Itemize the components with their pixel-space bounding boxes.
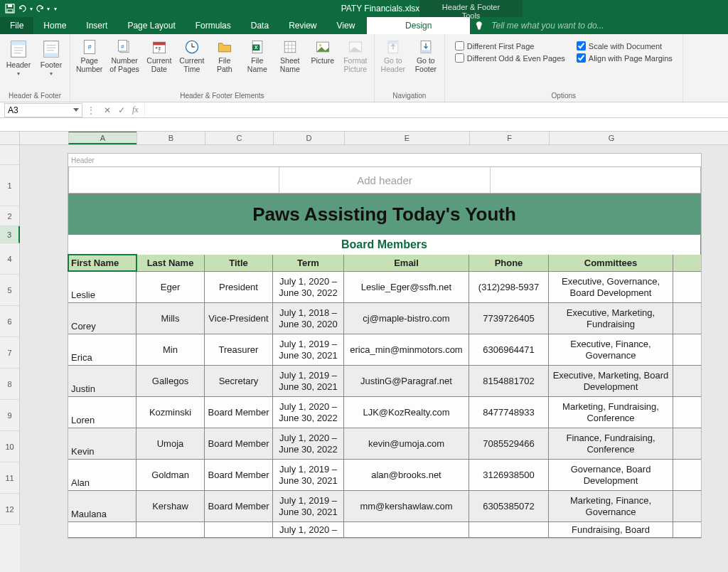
page-number-button[interactable]: # Page Number — [75, 37, 104, 75]
col-last-name[interactable]: Last Name — [136, 255, 205, 271]
cell-committees[interactable]: Fundraising, Board — [549, 522, 673, 537]
cell-committees[interactable]: Executive, Governance, Board Development — [549, 272, 673, 302]
cell-email[interactable]: JustinG@Paragraf.net — [344, 366, 469, 396]
current-time-button[interactable]: Current Time — [178, 37, 206, 75]
row-7[interactable]: 7 — [0, 337, 20, 369]
header-button[interactable]: Header ▾ — [4, 37, 33, 78]
col-G[interactable]: G — [549, 132, 673, 144]
cell-email[interactable]: alan@brooks.net — [344, 460, 469, 490]
cell-first[interactable]: Erica — [68, 334, 136, 365]
cell-email[interactable]: Leslie_Eger@ssfh.net — [344, 272, 469, 302]
col-committees[interactable]: Committees — [549, 255, 673, 271]
cell-first[interactable]: Maulana — [68, 491, 136, 521]
cell-title[interactable]: Vice-President — [205, 303, 273, 334]
col-D[interactable]: D — [273, 132, 344, 144]
cell-email[interactable]: cj@maple-bistro.com — [344, 303, 469, 334]
row-4[interactable]: 4 — [0, 243, 20, 275]
cell-committees[interactable]: Executive, Finance, Governance — [549, 334, 673, 365]
cell-last[interactable] — [136, 522, 205, 537]
cell-email[interactable] — [344, 522, 469, 537]
cell-title[interactable] — [205, 522, 273, 537]
cell-email[interactable]: mm@kershawlaw.com — [344, 491, 469, 521]
redo-button[interactable] — [34, 3, 46, 14]
name-box[interactable]: A3 — [4, 103, 82, 117]
cell-committees[interactable]: Marketing, Fundraising, Conference — [549, 397, 673, 428]
row-8[interactable]: 8 — [0, 369, 20, 400]
cell-first[interactable]: Loren — [68, 397, 136, 428]
cell-term[interactable]: July 1, 2019 – June 30, 2021 — [273, 366, 344, 396]
cell-phone[interactable] — [469, 522, 549, 537]
tab-design[interactable]: Design — [367, 16, 470, 34]
cell-phone[interactable]: 3126938500 — [469, 460, 549, 490]
col-A[interactable]: A — [68, 132, 136, 144]
tell-me-search[interactable]: Tell me what you want to do... — [470, 17, 614, 34]
tab-view[interactable]: View — [327, 17, 365, 34]
cell-phone[interactable]: 6306964471 — [469, 334, 549, 365]
align-margins-checkbox[interactable]: Align with Page Margins — [577, 53, 673, 63]
fx-icon[interactable]: fx — [132, 105, 139, 115]
cell-title[interactable]: Board Member — [205, 397, 273, 428]
cell-last[interactable]: Kozminski — [136, 397, 205, 428]
cell-term[interactable]: July 1, 2019 – June 30, 2021 — [273, 491, 344, 521]
file-path-button[interactable]: File Path — [210, 37, 239, 75]
cell-phone[interactable]: 8477748933 — [469, 397, 549, 428]
cell-phone[interactable]: 6305385072 — [469, 491, 549, 521]
format-picture-button[interactable]: Format Picture — [341, 37, 370, 75]
cell-committees[interactable]: Governance, Board Development — [549, 460, 673, 490]
current-date-button[interactable]: 7 Current Date — [145, 37, 173, 75]
cell-term[interactable]: July 1, 2019 – June 30, 2021 — [273, 460, 344, 490]
cell-first[interactable]: Corey — [68, 303, 136, 334]
col-email[interactable]: Email — [344, 255, 469, 271]
row-5[interactable]: 5 — [0, 275, 20, 306]
cell-phone[interactable]: 7085529466 — [469, 428, 549, 459]
cell-email[interactable]: erica_min@minmotors.com — [344, 334, 469, 365]
cell-last[interactable]: Goldman — [136, 460, 205, 490]
row-3[interactable]: 3 — [0, 226, 20, 243]
cell-email[interactable]: kevin@umoja.com — [344, 428, 469, 459]
footer-button[interactable]: Footer ▾ — [37, 37, 65, 78]
save-button[interactable] — [4, 3, 16, 14]
cell-committees[interactable]: Executive, Marketing, Board Development — [549, 366, 673, 396]
redo-dropdown[interactable]: ▾ — [47, 6, 50, 12]
tab-insert[interactable]: Insert — [76, 17, 117, 34]
diff-odd-even-checkbox[interactable]: Different Odd & Even Pages — [455, 53, 565, 63]
row-9[interactable]: 9 — [0, 400, 20, 431]
cell-committees[interactable]: Marketing, Finance, Governance — [549, 491, 673, 521]
undo-dropdown[interactable]: ▾ — [30, 6, 33, 12]
cell-term[interactable]: July 1, 2020 – June 30, 2022 — [273, 272, 344, 302]
col-title[interactable]: Title — [205, 255, 273, 271]
qat-customize[interactable]: ▾ — [51, 6, 57, 12]
cell-first[interactable]: Kevin — [68, 428, 136, 459]
cell-last[interactable]: Eger — [136, 272, 205, 302]
tab-home[interactable]: Home — [33, 17, 76, 34]
col-C[interactable]: C — [205, 132, 273, 144]
num-pages-button[interactable]: # Number of Pages — [108, 37, 140, 75]
row-1[interactable]: 1 — [0, 165, 20, 206]
row-12[interactable]: 12 — [0, 494, 20, 525]
tab-file[interactable]: File — [0, 17, 33, 34]
cell-last[interactable]: Gallegos — [136, 366, 205, 396]
diff-first-checkbox[interactable]: Different First Page — [455, 41, 565, 51]
row-2[interactable]: 2 — [0, 206, 20, 226]
cell-committees[interactable]: Executive, Marketing, Fundraising — [549, 303, 673, 334]
cell-last[interactable]: Mills — [136, 303, 205, 334]
undo-button[interactable] — [17, 3, 28, 14]
cell-term[interactable]: July 1, 2020 – June 30, 2022 — [273, 428, 344, 459]
tab-page-layout[interactable]: Page Layout — [117, 17, 185, 34]
cell-email[interactable]: LJK@KozRealty.com — [344, 397, 469, 428]
header-right[interactable] — [491, 167, 700, 193]
cell-phone[interactable]: 8154881702 — [469, 366, 549, 396]
formula-input[interactable] — [144, 102, 728, 117]
sheet-area[interactable]: Header Add header Paws Assisting Today's… — [20, 145, 728, 572]
cell-term[interactable]: July 1, 2018 – June 30, 2020 — [273, 303, 344, 334]
sheet-name-button[interactable]: Sheet Name — [276, 37, 304, 75]
header-center[interactable]: Add header — [279, 167, 490, 193]
cell-title[interactable]: President — [205, 272, 273, 302]
cell-term[interactable]: July 1, 2020 – — [273, 522, 344, 537]
cell-title[interactable]: Secretary — [205, 366, 273, 396]
col-B[interactable]: B — [136, 132, 205, 144]
cell-term[interactable]: July 1, 2019 – June 30, 2021 — [273, 334, 344, 365]
col-E[interactable]: E — [344, 132, 469, 144]
cancel-formula-button[interactable]: ✕ — [104, 105, 111, 115]
cell-last[interactable]: Kershaw — [136, 491, 205, 521]
